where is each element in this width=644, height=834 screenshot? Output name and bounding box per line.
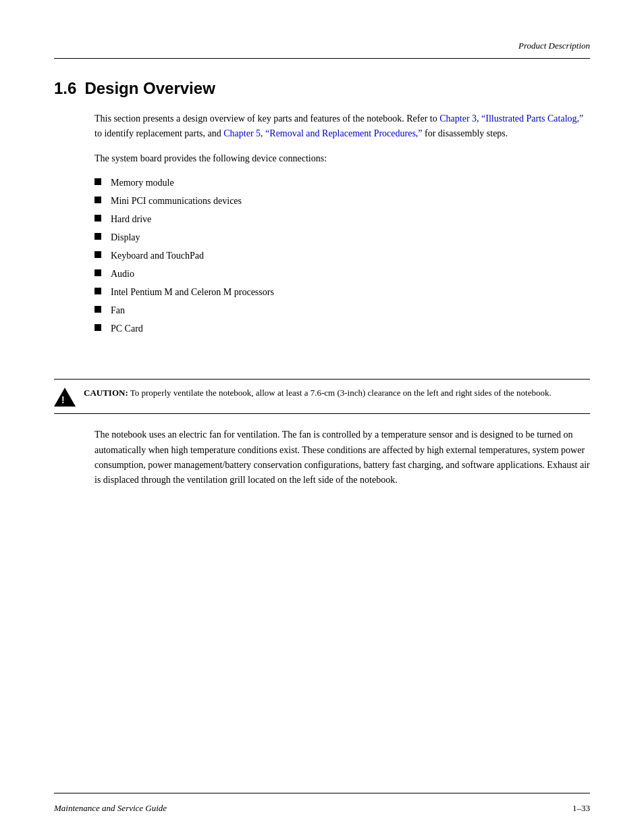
caution-label: CAUTION: — [84, 388, 128, 398]
chapter5-link[interactable]: Chapter 5, “Removal and Replacement Proc… — [223, 128, 422, 138]
bullet-icon — [95, 306, 101, 313]
chapter3-link[interactable]: Chapter 3, “Illustrated Parts Catalog,” — [439, 113, 583, 124]
list-item: PC Card — [95, 321, 590, 336]
bullet-list: Memory module Mini PCI communications de… — [54, 176, 590, 336]
list-item: Mini PCI communications devices — [95, 194, 590, 208]
closing-section: The notebook uses an electric fan for ve… — [0, 427, 644, 525]
footer-rule — [54, 793, 590, 793]
bullet-icon — [95, 251, 101, 258]
list-item: Memory module — [95, 176, 590, 190]
bullet-icon — [95, 215, 101, 221]
footer: Maintenance and Service Guide 1–33 — [54, 803, 590, 814]
caution-body: To properly ventilate the notebook, allo… — [130, 388, 552, 398]
list-item-text: PC Card — [111, 321, 143, 336]
list-item-text: Keyboard and TouchPad — [111, 249, 204, 263]
list-item: Hard drive — [95, 212, 590, 226]
header: Product Description — [0, 0, 644, 58]
bullet-icon — [95, 233, 101, 240]
section-number: 1.6 — [54, 79, 76, 97]
section-title: Design Overview — [84, 79, 215, 97]
bullet-icon — [95, 288, 101, 294]
bullet-icon — [95, 178, 101, 185]
caution-text: CAUTION: To properly ventilate the noteb… — [84, 386, 552, 400]
list-item: Intel Pentium M and Celeron M processors — [95, 285, 590, 299]
bullet-icon — [95, 269, 101, 276]
list-item-text: Hard drive — [111, 212, 151, 226]
closing-paragraph: The notebook uses an electric fan for ve… — [54, 427, 590, 488]
bullet-icon — [95, 324, 101, 331]
caution-box: CAUTION: To properly ventilate the noteb… — [54, 379, 590, 414]
page: Product Description 1.6Design Overview T… — [0, 0, 644, 834]
list-item-text: Display — [111, 230, 140, 244]
system-board-text: The system board provides the following … — [54, 151, 590, 166]
content-area: 1.6Design Overview This section presents… — [0, 59, 644, 372]
list-item: Keyboard and TouchPad — [95, 249, 590, 263]
header-title: Product Description — [518, 41, 590, 51]
list-item: Audio — [95, 267, 590, 281]
intro-paragraph: This section presents a design overview … — [54, 111, 590, 142]
list-item: Display — [95, 230, 590, 244]
list-item-text: Audio — [111, 267, 134, 281]
list-item-text: Intel Pentium M and Celeron M processors — [111, 285, 274, 299]
section-heading: 1.6Design Overview — [54, 79, 590, 98]
bullet-icon — [95, 197, 101, 203]
list-item-text: Memory module — [111, 176, 174, 190]
list-item: Fan — [95, 303, 590, 317]
caution-triangle-icon — [54, 388, 76, 407]
list-item-text: Mini PCI communications devices — [111, 194, 242, 208]
footer-right: 1–33 — [572, 803, 590, 814]
list-item-text: Fan — [111, 303, 125, 317]
footer-left: Maintenance and Service Guide — [54, 803, 167, 814]
